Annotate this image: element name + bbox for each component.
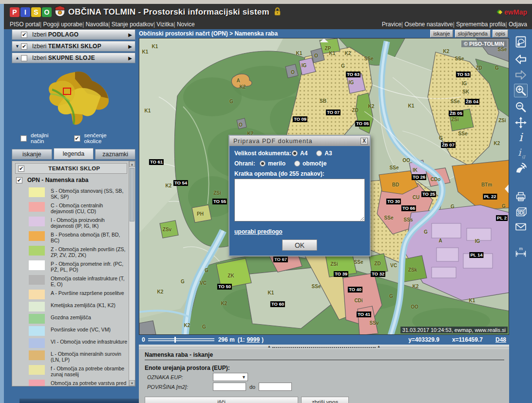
dialog-title: Priprava PDF dokumenta	[233, 138, 312, 145]
pan-button[interactable]	[514, 116, 528, 129]
sidebar-tab[interactable]: zaznamki	[95, 149, 135, 160]
collapse-arrow-icon[interactable]: ▼	[15, 44, 21, 49]
sidebar-accordion-header[interactable]: Izberi PODLAGO ▶	[12, 29, 135, 40]
info-group-button[interactable]: i g	[514, 146, 528, 160]
map-zone-label: IG	[462, 81, 467, 86]
close-icon[interactable]: X	[361, 138, 368, 145]
map-zone-label: K1	[268, 290, 274, 295]
nav-link[interactable]: PISO portal	[10, 21, 40, 28]
legend-swatch	[29, 246, 45, 256]
layer-group-checkbox[interactable]	[21, 55, 27, 61]
collapse-panel-up-handle[interactable]	[320, 38, 328, 42]
scale-slider-handle[interactable]	[174, 337, 176, 343]
radio-icon[interactable]	[292, 150, 298, 156]
header-nav-left: PISO portalPogoji uporabeNavodilaStanje …	[10, 21, 195, 28]
forward-button[interactable]	[514, 68, 528, 82]
opn-layer-checkbox[interactable]	[16, 177, 22, 183]
nav-link[interactable]: Navodila	[82, 21, 108, 28]
radio-option[interactable]: merilo	[260, 160, 285, 167]
radio-icon[interactable]	[316, 150, 322, 156]
radio-option[interactable]: območje	[294, 160, 326, 167]
back-button[interactable]	[514, 53, 528, 66]
use-template-link[interactable]: uporabi predlogo	[234, 228, 283, 235]
measure-button[interactable]: m	[514, 246, 528, 259]
nav-link[interactable]: Pogoji uporabe	[40, 21, 82, 28]
map-zone-label: G	[439, 135, 443, 141]
view-3d-button[interactable]: 3D	[514, 205, 528, 219]
mail-button[interactable]	[514, 220, 528, 234]
map-zone-label: K2	[413, 284, 419, 289]
3d-icon: 3D	[514, 206, 527, 219]
scroll-thumb[interactable]	[130, 168, 134, 221]
datum-link[interactable]: D48	[495, 336, 506, 343]
scroll-down-icon[interactable]: ▼	[129, 380, 135, 386]
nav-link[interactable]: Odjava	[506, 21, 527, 28]
scroll-up-icon[interactable]: ▲	[129, 161, 135, 167]
search-button[interactable]: išči	[145, 397, 298, 403]
map-zone-label: ZSk	[408, 267, 417, 273]
povrsina-from-input[interactable]	[213, 383, 246, 391]
map-zone-label: TO 32	[371, 271, 385, 277]
nav-link[interactable]: Novice	[173, 21, 194, 28]
sidebar-accordion-header[interactable]: ▲ Izberi SKUPNE SLOJE ▶	[12, 53, 135, 63]
legend-item: f - Območja za potrebe obrambe zunaj nas…	[29, 365, 127, 377]
sidebar-tab[interactable]: legenda	[54, 148, 94, 160]
minimap-extent-indicator[interactable]	[63, 88, 71, 95]
ok-button[interactable]: OK	[282, 239, 317, 251]
nav-link[interactable]: Pravice	[382, 21, 401, 28]
map-panel-button[interactable]: iskanje	[430, 30, 453, 37]
dialog-titlebar[interactable]: Priprava PDF dokumenta X	[229, 136, 370, 146]
map-zone-label: O	[239, 122, 243, 128]
collapse-panel-right-handle[interactable]	[505, 184, 509, 193]
radio-icon[interactable]	[294, 161, 300, 166]
radio-option[interactable]: A4	[292, 150, 307, 157]
map-zone-label: SSe	[354, 259, 363, 265]
gps-button[interactable]	[514, 162, 528, 175]
size-label: Velikost dokumenta:	[234, 150, 292, 157]
zoom-out-button[interactable]	[514, 100, 528, 114]
povrsina-to-input[interactable]	[259, 383, 292, 391]
zoom-in-button[interactable]	[514, 84, 528, 97]
info-button[interactable]: i	[514, 130, 528, 144]
tematski-sklop-checkbox[interactable]	[18, 165, 24, 172]
map-panel-button[interactable]: sloji/legenda	[455, 30, 491, 37]
note-textarea[interactable]	[234, 179, 365, 221]
nav-link[interactable]: Stanje podatkov	[108, 21, 153, 28]
scale-ratio-link[interactable]: 9999	[247, 336, 260, 343]
layer-group-checkbox[interactable]	[21, 43, 27, 50]
panel-splitter[interactable]: ▲ ▲	[139, 345, 509, 348]
collapse-arrow-icon[interactable]: ▲	[15, 55, 21, 60]
legend-swatch	[29, 380, 45, 386]
map-option[interactable]: detajlni način	[20, 132, 61, 144]
clear-button[interactable]: zbriši vnos	[301, 397, 349, 403]
map-panel-button[interactable]: opis	[493, 30, 508, 37]
map-option[interactable]: senčenje okolice	[74, 132, 123, 144]
map-zone-label: TO 50	[217, 284, 232, 290]
sidebar-tab[interactable]: iskanje	[12, 149, 52, 160]
legend-scrollbar[interactable]: ▲ ▼	[129, 161, 135, 386]
option-checkbox[interactable]	[20, 135, 27, 142]
map-zone-label: G	[202, 324, 206, 330]
sidebar-accordion-header[interactable]: ▼ Izberi TEMATSKI SKLOP ▶	[12, 41, 135, 52]
legend-swatch	[29, 260, 45, 270]
print-button[interactable]	[514, 190, 528, 203]
map-zone-label: BD	[392, 182, 399, 187]
option-checkbox[interactable]	[74, 135, 80, 142]
window-top-strip	[0, 0, 532, 4]
scale-slider[interactable]	[147, 337, 215, 343]
layer-group-checkbox[interactable]	[21, 32, 27, 38]
legend-swatch	[29, 217, 45, 226]
overview-minimap[interactable]	[29, 69, 119, 128]
radio-icon[interactable]	[260, 161, 266, 166]
map-zone-label: ŽB 07	[441, 142, 456, 148]
nav-link[interactable]: Vizitka	[153, 21, 174, 28]
sidebar-bottom-bar	[19, 399, 143, 403]
oznaka-eup-select[interactable]: ▼	[213, 373, 248, 381]
nav-link[interactable]: Sprememba profila	[453, 21, 506, 28]
nav-link[interactable]: Osebne nastavitve	[401, 21, 453, 28]
radio-option[interactable]: A3	[316, 150, 332, 157]
map-zone-label: SK	[462, 89, 469, 94]
map-viewport[interactable]: K1K1K1OIGOAK2GK1OK2SBZPK1K2SSeGIGZDK2K1K…	[139, 38, 509, 335]
full-extent-button[interactable]	[514, 35, 528, 49]
legend-swatch	[29, 187, 45, 197]
